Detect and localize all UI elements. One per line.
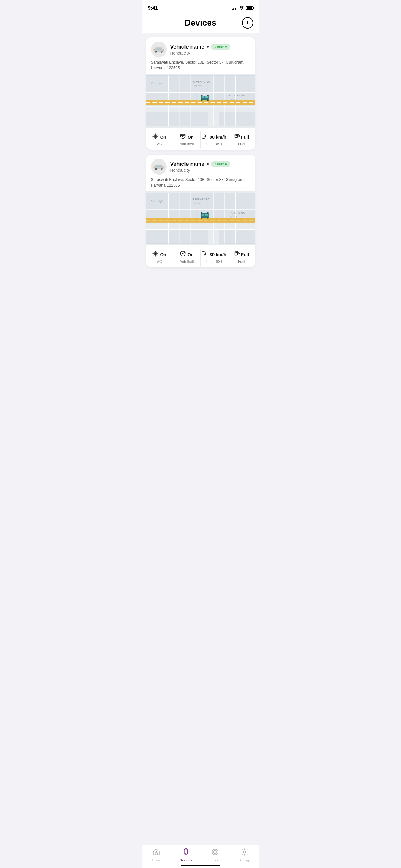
svg-point-106	[153, 253, 154, 254]
map-container-2: College RAVI NAGAR रवि नगर BALDEV NA बलद…	[146, 191, 255, 245]
speed-icon-2	[202, 251, 208, 258]
svg-rect-55	[235, 134, 237, 136]
svg-rect-70	[230, 193, 255, 210]
svg-rect-53	[181, 135, 185, 135]
svg-rect-41	[202, 96, 204, 98]
antitheft-value-2: On	[188, 252, 194, 257]
svg-point-49	[155, 138, 156, 139]
svg-point-99	[201, 217, 202, 218]
card-2-vehicle-info: Vehicle name Online Honda city	[170, 161, 250, 173]
fuel-label-2: Fuel	[238, 259, 245, 264]
ac-icon-1	[153, 133, 159, 141]
speed-icon-1	[202, 133, 208, 141]
page-header: Devices +	[142, 14, 259, 33]
svg-rect-3	[159, 48, 162, 50]
svg-text:College: College	[151, 199, 163, 203]
fuel-icon-1	[234, 133, 239, 141]
svg-text:College: College	[151, 82, 163, 85]
svg-text:BALDEV NA: BALDEV NA	[228, 212, 245, 215]
svg-point-105	[155, 256, 156, 257]
battery-icon	[246, 6, 254, 10]
svg-rect-98	[205, 214, 207, 216]
vehicle-avatar-1	[151, 41, 167, 57]
svg-text:RAVI NAGAR: RAVI NAGAR	[192, 80, 210, 83]
svg-rect-65	[163, 167, 164, 167]
dot-separator-1	[207, 46, 209, 48]
fuel-label-1: Fuel	[238, 142, 245, 146]
svg-rect-74	[146, 229, 174, 243]
svg-rect-12	[179, 76, 208, 93]
stats-row-1: On AC On Anti theft	[146, 128, 255, 150]
fuel-icon-2	[234, 251, 239, 258]
map-container-1: College RAVI NAGAR रवि नगर BALDEV NA बलद…	[146, 73, 255, 128]
svg-point-46	[207, 95, 209, 97]
svg-rect-59	[159, 165, 162, 167]
svg-rect-13	[208, 76, 230, 93]
svg-point-50	[153, 136, 154, 137]
svg-point-104	[155, 251, 156, 252]
svg-point-51	[158, 136, 159, 137]
wifi-icon	[239, 6, 244, 11]
vehicle-address-1: Saraswati Enclave, Sector 10B, Sector 37…	[146, 60, 255, 73]
svg-text:बलदेव नग: बलदेव नग	[229, 98, 238, 101]
stat-fuel-1: Full Fuel	[228, 131, 255, 148]
signal-icon	[232, 6, 237, 10]
svg-rect-64	[153, 167, 155, 167]
speed-value-2: 80 km/h	[209, 252, 226, 257]
main-content: Vehicle name Online Honda city Saraswati…	[142, 33, 259, 294]
svg-point-107	[158, 253, 159, 254]
svg-rect-111	[235, 252, 237, 253]
svg-rect-97	[202, 214, 204, 216]
svg-point-45	[201, 95, 202, 97]
vehicle-card-2[interactable]: Vehicle name Online Honda city Saraswati…	[146, 155, 255, 267]
svg-rect-9	[163, 50, 164, 50]
antitheft-icon-2	[180, 251, 186, 258]
svg-point-100	[207, 217, 209, 218]
svg-point-5	[155, 51, 156, 52]
svg-rect-69	[208, 193, 230, 210]
vehicle-subname-1: Honda city	[170, 51, 250, 56]
dot-separator-2	[207, 163, 209, 165]
add-device-button[interactable]: +	[242, 17, 254, 29]
antitheft-label-1: Anti theft	[179, 142, 194, 146]
svg-point-63	[161, 168, 162, 169]
svg-text:रवि नगर: रवि नगर	[194, 202, 201, 205]
fuel-value-1: Full	[241, 134, 249, 140]
vehicle-card-1[interactable]: Vehicle name Online Honda city Saraswati…	[146, 37, 255, 150]
status-time: 9:41	[148, 5, 158, 11]
svg-point-103	[155, 253, 156, 254]
antitheft-label-2: Anti theft	[179, 259, 194, 264]
page-title: Devices	[185, 18, 216, 28]
card-1-vehicle-info: Vehicle name Online Honda city	[170, 44, 250, 56]
vehicle-name-2: Vehicle name	[170, 161, 205, 167]
stat-speed-1: 80 km/h Total DIST	[201, 131, 228, 148]
svg-text:रवि नगर: रवि नगर	[194, 84, 201, 87]
vehicle-name-1: Vehicle name	[170, 44, 205, 50]
stats-row-2: On AC On Anti theft	[146, 245, 255, 267]
svg-text:बलदेव नग: बलदेव नग	[229, 215, 238, 218]
svg-rect-18	[146, 112, 174, 126]
svg-rect-42	[205, 96, 207, 98]
ac-value-1: On	[160, 134, 166, 140]
svg-point-7	[161, 51, 162, 52]
vehicle-address-2: Saraswati Enclave, Sector 10B, Sector 37…	[146, 177, 255, 191]
svg-point-43	[201, 99, 202, 101]
svg-point-102	[207, 212, 209, 214]
status-icons	[232, 6, 254, 11]
svg-point-101	[201, 212, 202, 214]
ac-label-2: AC	[157, 259, 162, 264]
status-bar: 9:41	[142, 0, 259, 14]
online-badge-2: Online	[211, 161, 231, 167]
ac-value-2: On	[160, 252, 166, 257]
svg-point-61	[155, 168, 156, 169]
svg-point-44	[207, 99, 209, 101]
card-1-header: Vehicle name Online Honda city	[146, 37, 255, 60]
svg-rect-8	[153, 50, 155, 50]
antitheft-icon-1	[180, 133, 186, 141]
stat-speed-2: 80 km/h Total DIST	[201, 249, 228, 266]
svg-text:BALDEV NA: BALDEV NA	[228, 94, 245, 97]
ac-label-1: AC	[157, 142, 162, 146]
svg-rect-2	[156, 48, 159, 50]
fuel-value-2: Full	[241, 252, 249, 257]
antitheft-value-1: On	[188, 134, 194, 140]
